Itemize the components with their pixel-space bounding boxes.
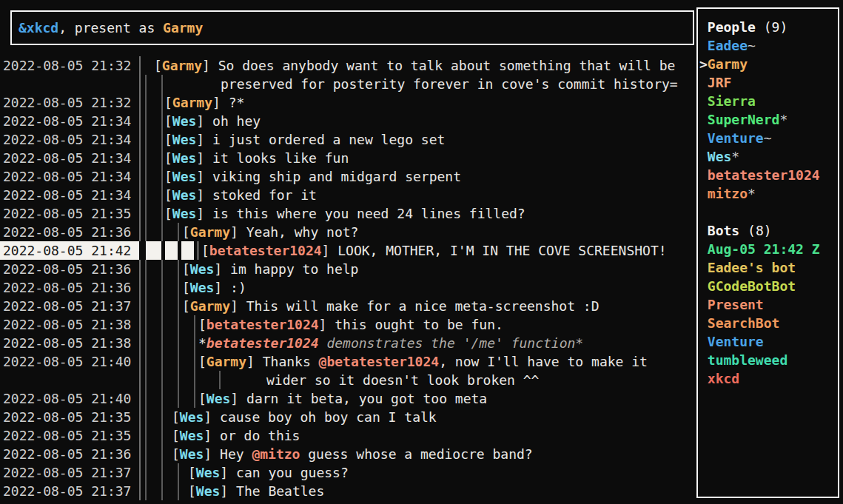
timestamp: 2022-08-05 21:36	[3, 260, 131, 278]
person-item[interactable]: JRF	[699, 73, 838, 92]
nick-bracket: [	[172, 446, 180, 462]
timestamp: 2022-08-05 21:34	[3, 186, 131, 204]
nick: Wes	[172, 150, 197, 166]
bot-item[interactable]: Eadee's bot	[699, 258, 838, 277]
chat-row[interactable]: 2022-08-05 21:37[Garmy] This will make f…	[0, 297, 695, 315]
roster-prefix	[699, 112, 708, 127]
person-item[interactable]: >Garmy	[699, 55, 838, 73]
roster-status-suffix: *	[731, 149, 739, 164]
chat-row[interactable]: 2022-08-05 21:32[Garmy] ?*	[0, 93, 695, 112]
chat-row[interactable]: 2022-08-05 21:34[Wes] stoked for it	[0, 186, 695, 204]
chat-row[interactable]: 2022-08-05 21:36[Wes] Hey @mitzo guess w…	[0, 445, 695, 463]
timestamp-divider	[139, 149, 141, 167]
message: [betatester1024] LOOK, MOTHER, I'M IN TH…	[201, 241, 667, 260]
indent-guide	[161, 445, 163, 463]
chat-row[interactable]: 2022-08-05 21:34[Wes] viking ship and mi…	[0, 167, 695, 186]
message: [Wes] can you guess?	[188, 463, 349, 482]
roster-prefix	[699, 260, 708, 275]
message-text: Thanks	[263, 354, 319, 369]
current-user-marker: >	[699, 56, 708, 72]
chat-log[interactable]: 2022-08-05 21:32[Garmy] So does anybody …	[0, 56, 695, 504]
timestamp-divider	[139, 389, 141, 408]
chat-row[interactable]: 2022-08-05 21:37[Wes] The Beatles	[0, 482, 695, 500]
message: [Wes] or do this	[172, 426, 300, 445]
roster-prefix	[699, 241, 708, 257]
timestamp-divider	[139, 297, 141, 315]
indent-guide	[145, 93, 147, 112]
bot-item[interactable]: Venture	[699, 332, 838, 351]
person-item[interactable]: Wes*	[699, 147, 838, 166]
chat-row[interactable]: 2022-08-05 21:36[Wes] im happy to help	[0, 260, 695, 278]
timestamp-divider	[139, 408, 141, 426]
bot-item[interactable]: SearchBot	[699, 314, 838, 332]
indent-guide	[161, 389, 163, 408]
nick-bracket: ]	[204, 428, 220, 443]
indent-guide	[194, 352, 195, 371]
action-asterisk: *	[198, 335, 206, 351]
person-item[interactable]: mitzo*	[699, 184, 838, 203]
chat-row[interactable]: 2022-08-05 21:40[Wes] darn it beta, you …	[0, 389, 695, 408]
message-text: This will make for a nice meta-screensho…	[246, 298, 599, 314]
person-item[interactable]: Venture~	[699, 129, 838, 147]
nick-bracket: ]	[214, 261, 230, 277]
person-item[interactable]: betatester1024	[699, 166, 838, 184]
roster-prefix	[699, 334, 708, 349]
bot-item[interactable]: Aug-05 21:42 Z	[699, 240, 838, 258]
message: [Garmy] Thanks @betatester1024, now I'll…	[198, 352, 648, 371]
chat-row[interactable]: 2022-08-05 21:32[Garmy] So does anybody …	[0, 56, 695, 75]
bot-item[interactable]: Present	[699, 295, 838, 314]
nick: Wes	[180, 409, 204, 425]
chat-row[interactable]: 2022-08-05 21:34[Wes] oh hey	[0, 112, 695, 130]
timestamp-divider	[139, 130, 141, 149]
person-item[interactable]: SuperNerd*	[699, 110, 838, 129]
roster-name: SuperNerd	[708, 112, 780, 127]
nick: Garmy	[206, 354, 246, 369]
message: [Wes] darn it beta, you got too meta	[198, 389, 487, 408]
timestamp-divider	[139, 223, 141, 241]
nick: Wes	[190, 280, 215, 295]
nick-bracket: [	[164, 169, 172, 184]
chat-row[interactable]: 2022-08-05 21:34[Wes] it looks like fun	[0, 149, 695, 167]
chat-row[interactable]: preserved for posterity forever in cove'…	[0, 75, 695, 93]
mention: @betatester1024	[319, 354, 440, 369]
message: [Wes] oh hey	[164, 112, 261, 130]
roster-name: Aug-05 21:42 Z	[708, 241, 820, 257]
chat-row[interactable]: wider so it doesn't look broken ^^	[0, 371, 695, 389]
chat-row[interactable]: 2022-08-05 21:36[Wes] :)	[0, 278, 695, 297]
message-text: darn it beta, you got too meta	[246, 391, 487, 406]
roster-prefix	[699, 186, 708, 201]
chat-row[interactable]: 2022-08-05 21:38*betatester1024 demonstr…	[0, 334, 695, 352]
message: [Wes] it looks like fun	[164, 149, 349, 167]
nick: Wes	[172, 169, 197, 184]
nick-bracket: ]	[196, 113, 212, 129]
chat-row[interactable]: 2022-08-05 21:40[Garmy] Thanks @betatest…	[0, 352, 695, 371]
nick-bracket: ]	[230, 224, 246, 240]
person-item[interactable]: Sierra	[699, 92, 838, 110]
roster-prefix	[699, 297, 708, 312]
roster-status-suffix: *	[779, 112, 787, 127]
roster-name: xkcd	[708, 371, 739, 386]
message: [Wes] i just ordered a new lego set	[164, 130, 445, 149]
bot-item[interactable]: xkcd	[699, 369, 838, 388]
chat-row[interactable]: 2022-08-05 21:35[Wes] cause boy oh boy c…	[0, 408, 695, 426]
chat-row-selected[interactable]: 2022-08-05 21:42[betatester1024] LOOK, M…	[0, 241, 695, 260]
chat-row[interactable]: 2022-08-05 21:34[Wes] i just ordered a n…	[0, 130, 695, 149]
bot-item[interactable]: GCodeBotBot	[699, 277, 838, 295]
chat-row[interactable]: 2022-08-05 21:38[betatester1024] this ou…	[0, 315, 695, 334]
chat-row[interactable]: 2022-08-05 21:35[Wes] or do this	[0, 426, 695, 445]
indent-guide	[145, 463, 147, 482]
nick-bracket: ]	[196, 150, 212, 166]
nick-bracket: ]	[196, 132, 212, 147]
nick-bracket: [	[164, 150, 172, 166]
timestamp-divider	[139, 93, 141, 112]
message: [Wes] Hey @mitzo guess whose a mediocre …	[172, 445, 533, 463]
roster-name: Venture	[708, 130, 764, 146]
chat-row[interactable]: 2022-08-05 21:37[Wes] can you guess?	[0, 463, 695, 482]
bot-item[interactable]: tumbleweed	[699, 351, 838, 369]
chat-row[interactable]: 2022-08-05 21:35[Wes] is this where you …	[0, 204, 695, 223]
person-item[interactable]: Eadee~	[699, 36, 838, 55]
nick-bracket: [	[182, 280, 190, 295]
indent-guide	[145, 371, 147, 389]
indent-guide	[161, 278, 163, 297]
chat-row[interactable]: 2022-08-05 21:36[Garmy] Yeah, why not?	[0, 223, 695, 241]
